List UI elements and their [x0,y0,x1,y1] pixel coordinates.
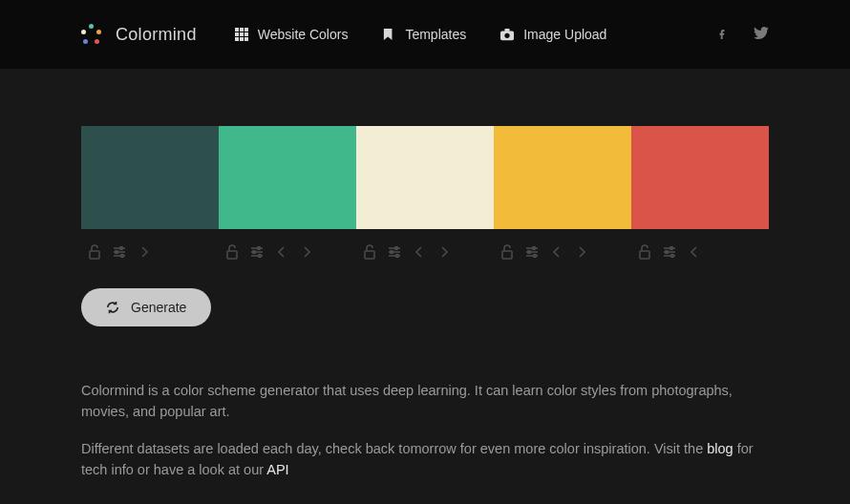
chevron-right-icon[interactable] [436,244,452,260]
svg-point-39 [534,255,537,258]
swatch-1[interactable] [81,126,219,229]
swatch-4[interactable] [494,126,631,229]
svg-point-38 [528,251,531,254]
lock-icon[interactable] [362,244,377,260]
chevron-left-icon[interactable] [687,244,702,260]
sliders-icon[interactable] [662,244,677,260]
api-link[interactable]: API [266,462,288,477]
svg-rect-7 [240,37,244,41]
generate-label: Generate [131,300,186,315]
svg-point-17 [116,251,118,254]
nav-label: Image Upload [523,27,606,42]
main-content: Generate Colormind is a color scheme gen… [0,126,850,481]
swatch-controls-4 [494,244,631,260]
bookmark-icon [382,28,395,41]
svg-point-11 [505,33,510,38]
brand[interactable]: Colormind [81,24,197,45]
svg-point-25 [259,255,262,258]
chevron-left-icon[interactable] [412,244,427,260]
swatch-controls-2 [219,244,356,260]
svg-rect-1 [240,28,244,32]
description-p1: Colormind is a color scheme generator th… [81,380,769,423]
chevron-left-icon[interactable] [549,244,564,260]
twitter-icon[interactable] [754,27,769,42]
svg-point-45 [666,251,669,254]
blog-link[interactable]: blog [707,441,733,456]
svg-point-37 [533,247,536,250]
nav-image-upload[interactable]: Image Upload [500,27,606,42]
svg-rect-5 [244,32,248,36]
svg-point-18 [121,255,124,258]
svg-rect-3 [235,32,239,36]
svg-rect-33 [502,251,512,259]
sliders-icon[interactable] [249,244,265,260]
lock-icon[interactable] [224,244,240,260]
header-bar: Colormind Website Colors Templates Image… [0,0,850,69]
svg-rect-10 [505,29,510,32]
swatch-2[interactable] [219,126,356,229]
nav-website-colors[interactable]: Website Colors [235,27,349,42]
svg-point-23 [258,247,261,250]
main-nav: Website Colors Templates Image Upload [235,27,607,42]
lock-icon[interactable] [499,244,515,260]
svg-point-31 [391,251,393,254]
camera-icon [500,28,514,41]
description-p2: Different datasets are loaded each day, … [81,438,769,481]
chevron-left-icon[interactable] [274,244,289,260]
svg-rect-19 [227,251,237,259]
svg-rect-0 [235,28,239,32]
svg-point-30 [395,247,398,250]
nav-label: Website Colors [258,27,349,42]
swatch-controls-5 [631,244,769,260]
refresh-icon [106,301,119,314]
svg-point-44 [670,247,673,250]
nav-label: Templates [405,27,466,42]
color-palette [81,126,769,229]
grid-icon [235,28,248,41]
svg-rect-12 [90,251,99,259]
swatch-controls-3 [356,244,494,260]
generate-button[interactable]: Generate [81,288,211,326]
svg-point-46 [671,255,674,258]
chevron-right-icon[interactable] [137,244,152,260]
svg-rect-40 [640,251,649,259]
chevron-right-icon[interactable] [299,244,314,260]
svg-rect-2 [244,28,248,32]
svg-rect-26 [365,251,374,259]
svg-rect-4 [240,32,244,36]
swatch-5[interactable] [631,126,769,229]
svg-rect-8 [244,37,248,41]
lock-icon[interactable] [637,244,652,260]
social-links [717,27,769,42]
svg-point-32 [396,255,399,258]
swatch-3[interactable] [356,126,494,229]
logo-icon [81,24,102,45]
chevron-right-icon[interactable] [574,244,589,260]
description: Colormind is a color scheme generator th… [81,380,769,481]
sliders-icon[interactable] [387,244,402,260]
lock-icon[interactable] [87,244,102,260]
brand-name: Colormind [116,25,197,45]
sliders-icon[interactable] [524,244,540,260]
sliders-icon[interactable] [112,244,127,260]
nav-templates[interactable]: Templates [382,27,466,42]
facebook-icon[interactable] [717,27,733,42]
svg-point-16 [120,247,123,250]
palette-controls [81,244,769,260]
svg-point-24 [253,251,256,254]
svg-rect-6 [235,37,239,41]
swatch-controls-1 [81,244,219,260]
